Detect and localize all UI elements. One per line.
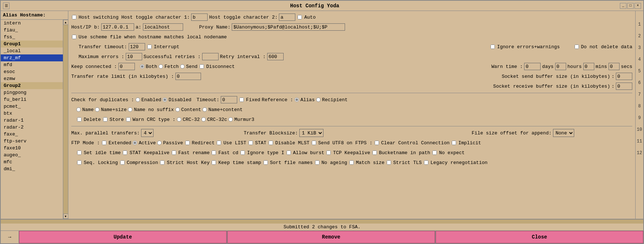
minimize-button[interactable]: _ <box>620 3 626 9</box>
sidebar-item-pcmet_[interactable]: pcmet_ <box>1 103 63 110</box>
host-ip-b-input[interactable] <box>101 23 134 31</box>
auto-checkbox[interactable] <box>298 15 302 19</box>
retry-interval-input[interactable] <box>267 53 284 60</box>
transfer-timeout-input[interactable] <box>129 43 145 50</box>
sidebar-item-Group2[interactable]: Group2 <box>1 82 63 89</box>
proxy-name-input[interactable] <box>232 23 345 31</box>
sidebar-item-mrz_mf[interactable]: mrz_mf <box>1 54 63 61</box>
fetch-radio[interactable] <box>159 64 163 69</box>
sidebar-item-fiau_[interactable]: fiau_ <box>1 27 63 34</box>
sidebar-item-ftp-serv[interactable]: ftp-serv <box>1 138 63 145</box>
host-switching-checkbox[interactable] <box>72 15 76 19</box>
allow-burst-checkbox[interactable] <box>287 150 291 155</box>
crc32c-radio[interactable] <box>201 117 206 122</box>
host-toggle-char2-input[interactable] <box>279 14 295 21</box>
update-button[interactable]: Update <box>19 231 227 243</box>
menu-icon[interactable]: ☰ <box>3 3 10 9</box>
ignore-errors-checkbox[interactable] <box>490 45 495 49</box>
implicit-checkbox[interactable] <box>452 141 456 145</box>
sidebar-item-fu_berli[interactable]: fu_berli <box>1 96 63 103</box>
disable-mlst-checkbox[interactable] <box>269 141 273 145</box>
host-toggle-char1-input[interactable] <box>191 14 208 21</box>
transfer-blocksize-select[interactable]: 1 KiB 4 KiB 8 KiB <box>299 129 323 137</box>
active-radio[interactable] <box>133 141 137 145</box>
warn-mins-input[interactable] <box>583 63 594 70</box>
name-content-radio[interactable] <box>202 107 207 112</box>
sidebar-list[interactable]: intern fiau_ fss_ Group1 _local mrz_mf m… <box>1 20 63 219</box>
sidebar-item-faxe_[interactable]: faxe_ <box>1 131 63 138</box>
bucketname-checkbox[interactable] <box>372 150 377 155</box>
alias-radio[interactable] <box>295 98 299 102</box>
sort-files-checkbox[interactable] <box>264 160 268 165</box>
warn-hours-input[interactable] <box>555 63 566 70</box>
scrollbar-up-button[interactable]: ▲ <box>63 20 68 25</box>
stat-checkbox[interactable] <box>249 141 253 145</box>
keep-connected-input[interactable] <box>118 63 135 70</box>
store-checkbox[interactable] <box>103 117 107 122</box>
host-ip-a-input[interactable] <box>143 23 183 31</box>
sidebar-item-pingpong[interactable]: pingpong <box>1 89 63 96</box>
name-no-suffix-radio[interactable] <box>128 107 132 112</box>
disabled-radio[interactable] <box>163 98 167 102</box>
sidebar-item-Group1[interactable]: Group1 <box>1 41 63 47</box>
scrollbar-track[interactable] <box>63 25 68 214</box>
file-size-offset-select[interactable]: None Auto <box>553 129 574 137</box>
fast-cd-checkbox[interactable] <box>212 150 216 155</box>
warn-time-input[interactable] <box>524 63 541 70</box>
redirect-checkbox[interactable] <box>185 141 190 145</box>
sidebar-item-mfc[interactable]: mfc <box>1 159 63 165</box>
sidebar-item-augeo_[interactable]: augeo_ <box>1 152 63 159</box>
horizontal-scrollbar[interactable] <box>1 219 643 224</box>
fast-rename-checkbox[interactable] <box>172 150 176 155</box>
strict-tls-checkbox[interactable] <box>387 160 391 165</box>
sidebar-item-dmi_[interactable]: dmi_ <box>1 165 63 172</box>
sidebar-item-esoc[interactable]: esoc <box>1 68 63 75</box>
ignore-type-checkbox[interactable] <box>240 150 245 155</box>
seq-locking-checkbox[interactable] <box>77 160 82 165</box>
extended-checkbox[interactable] <box>102 141 106 145</box>
strict-host-checkbox[interactable] <box>160 160 164 165</box>
no-expect-checkbox[interactable] <box>432 150 437 155</box>
stat-keepalive-checkbox[interactable] <box>123 150 127 155</box>
sidebar-item-radar-1[interactable]: radar-1 <box>1 117 63 124</box>
sidebar-item-local[interactable]: _local <box>1 47 63 54</box>
successful-retries-input[interactable] <box>202 53 219 60</box>
keep-timestamp-checkbox[interactable] <box>212 160 216 165</box>
max-errors-input[interactable] <box>126 53 142 60</box>
compression-checkbox[interactable] <box>120 160 125 165</box>
sidebar-item-intern[interactable]: intern <box>1 20 63 27</box>
sidebar-item-fss_[interactable]: fss_ <box>1 34 63 41</box>
passive-radio[interactable] <box>157 141 162 145</box>
sidebar-item-radar-2[interactable]: radar-2 <box>1 124 63 131</box>
maximize-button[interactable]: □ <box>627 3 634 9</box>
delete-checkbox[interactable] <box>77 117 82 122</box>
send-radio[interactable] <box>180 64 185 69</box>
interrupt-checkbox[interactable] <box>147 45 152 49</box>
both-radio[interactable] <box>140 64 144 69</box>
warn-secs-input[interactable] <box>609 63 620 70</box>
recipient-radio[interactable] <box>316 98 321 102</box>
name-radio[interactable] <box>76 107 81 112</box>
tcp-keepalive-checkbox[interactable] <box>326 150 331 155</box>
sidebar-item-ezmw[interactable]: ezmw <box>1 75 63 82</box>
sidebar-item-faxe10[interactable]: faxe10 <box>1 145 63 152</box>
fixed-checkbox[interactable] <box>239 98 244 102</box>
close-button[interactable]: × <box>634 3 641 9</box>
enabled-radio[interactable] <box>136 98 140 102</box>
disconnect-checkbox[interactable] <box>200 64 204 69</box>
timeout-input[interactable] <box>221 96 237 103</box>
legacy-renegotiation-checkbox[interactable] <box>424 160 428 165</box>
warn-crc-checkbox[interactable] <box>126 117 130 122</box>
use-list-checkbox[interactable] <box>217 141 221 145</box>
socket-receive-input[interactable] <box>616 83 632 90</box>
set-idle-checkbox[interactable] <box>77 150 82 155</box>
sidebar-item-mfd[interactable]: mfd <box>1 61 63 68</box>
send-utf8-checkbox[interactable] <box>312 141 316 145</box>
scrollbar-down-button[interactable]: ▼ <box>63 214 68 219</box>
max-parallel-select[interactable]: 4 1 2 8 <box>141 129 154 137</box>
remove-button[interactable]: Remove <box>227 231 435 243</box>
murmur3-radio[interactable] <box>228 117 233 122</box>
do-not-delete-checkbox[interactable] <box>575 45 579 49</box>
socket-send-input[interactable] <box>616 73 632 80</box>
transfer-rate-input[interactable] <box>175 73 201 80</box>
